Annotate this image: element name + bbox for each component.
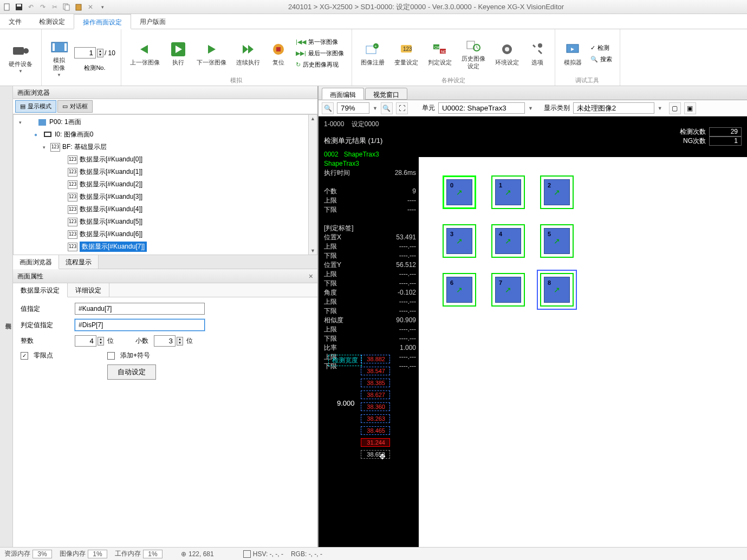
canvas-view[interactable]: 1-0000 设定0000 检测单元结果 (1/1) 0002 ShapeTra… [319, 116, 747, 547]
unit-select[interactable] [438, 102, 525, 114]
test-no-input[interactable] [74, 47, 96, 58]
collapse-icon[interactable]: ▾ [19, 120, 27, 125]
copy-icon[interactable] [62, 2, 72, 12]
shape-result[interactable]: 4↗ [484, 217, 532, 265]
shape-result[interactable]: 7↗ [484, 265, 532, 314]
tree-item[interactable]: 123数据显示[#Kuandu[4]] [14, 203, 317, 216]
gear-icon [498, 41, 516, 58]
check-icon: ✓ [590, 44, 595, 51]
zoom-input[interactable] [337, 102, 369, 114]
svg-marker-15 [243, 45, 248, 54]
execute-button[interactable]: 执行 [166, 40, 190, 67]
qat-more-icon[interactable]: ▾ [98, 2, 107, 12]
display-select[interactable] [573, 102, 654, 114]
undo-icon[interactable]: ↶ [26, 2, 36, 12]
chevron-down-icon[interactable]: ▼ [658, 106, 662, 111]
image-area[interactable]: 0↗1↗2↗3↗4↗5↗6↗7↗8↗ [419, 157, 747, 547]
hsv-checkbox[interactable] [243, 550, 251, 558]
plus-checkbox[interactable] [107, 352, 115, 360]
shape-result[interactable]: 0↗ [435, 168, 484, 217]
tree-item[interactable]: 123数据显示[#Kuandu[6]] [14, 228, 317, 240]
dialog-mode-button[interactable]: ▭对话框 [57, 100, 93, 113]
zoom-out-button[interactable]: 🔍 [322, 102, 334, 114]
tree-item[interactable]: 123数据显示[#Kuandu[7]] [14, 240, 317, 253]
svg-rect-35 [38, 119, 46, 126]
simulator-button[interactable]: 模拟器 [561, 40, 585, 67]
menu-user[interactable]: 用户版面 [131, 14, 174, 29]
prev-image-button[interactable]: 上一张图像 [127, 40, 163, 67]
chevron-down-icon: ▼ [57, 73, 61, 77]
tree-item[interactable]: 123数据显示[#Kuandu[0]] [14, 153, 317, 166]
collapse-icon[interactable]: ▾ [43, 145, 50, 150]
value-input[interactable] [75, 303, 205, 315]
shape-result[interactable]: 2↗ [532, 168, 581, 217]
options-button[interactable]: 选项 [525, 40, 549, 67]
judge-input[interactable] [75, 319, 205, 331]
tree-item[interactable]: 123数据显示[#Kuandu[5]] [14, 216, 317, 228]
shape-result[interactable]: 6↗ [435, 265, 484, 314]
menu-detect[interactable]: 检测设定 [30, 14, 74, 29]
data-icon: 123 [68, 218, 77, 226]
menu-file[interactable]: 文件 [0, 14, 30, 29]
layout-button-1[interactable]: ▢ [669, 102, 681, 114]
zero-checkbox[interactable]: ✓ [21, 352, 28, 360]
shape-result[interactable]: 8↗ [532, 265, 581, 314]
menu-screen[interactable]: 操作画面设定 [74, 14, 131, 29]
replay-button[interactable]: ↻历史图像再现 [294, 60, 346, 70]
shape-result[interactable]: 5↗ [532, 217, 581, 265]
chevron-down-icon[interactable]: ▼ [373, 106, 378, 111]
redo-icon[interactable]: ↷ [38, 2, 48, 12]
fit-button[interactable]: ⛶ [396, 102, 408, 114]
tab-flow[interactable]: 流程显示 [59, 255, 99, 269]
tab-view[interactable]: 视觉窗口 [365, 88, 407, 100]
tab-browser[interactable]: 画面浏览器 [13, 255, 59, 269]
screen-tree[interactable]: ▾P00: 1画面 ●I0: 图像画面0 ▾123BF: 基础显示层 123数据… [14, 115, 317, 254]
tree-item[interactable]: 123数据显示[#Kuandu[1]] [14, 166, 317, 178]
new-file-icon[interactable] [2, 2, 12, 12]
auto-set-button[interactable]: 自动设定 [107, 364, 156, 380]
chevron-down-icon[interactable]: ▼ [528, 106, 533, 111]
first-image-button[interactable]: |◀◀第一张图像 [294, 37, 346, 47]
decimal-spinner[interactable]: ▲▼ [177, 337, 183, 346]
sim-image-button[interactable]: 模拟 图像 ▼ [47, 37, 71, 78]
detect-button[interactable]: ✓检测 [588, 43, 614, 53]
judge-button[interactable]: OKNG判定设定 [425, 40, 455, 67]
tree-item[interactable]: 123数据显示[#Kuandu[2]] [14, 178, 317, 191]
cut-icon[interactable]: ✂ [50, 2, 60, 12]
delete-icon[interactable]: ✕ [86, 2, 95, 12]
continuous-button[interactable]: 连续执行 [233, 40, 263, 67]
test-no-spinner[interactable]: ▲▼ [97, 49, 103, 57]
layout-button-2[interactable]: ▣ [684, 102, 696, 114]
tab-detail[interactable]: 详细设定 [68, 283, 109, 297]
zoom-in-button[interactable]: 🔍 [381, 102, 393, 114]
tab-data-display[interactable]: 数据显示设定 [13, 283, 68, 297]
shape-result[interactable]: 1↗ [484, 168, 532, 217]
tree-item[interactable]: 123数据显示[#Kuandu[3]] [14, 191, 317, 203]
list-icon: ▤ [20, 103, 25, 110]
shape-result[interactable]: 3↗ [435, 217, 484, 265]
data-icon: 123 [68, 243, 77, 251]
next-image-button[interactable]: 下一张图像 [193, 40, 230, 67]
camera-icon [12, 42, 29, 60]
variable-button[interactable]: 123变量设定 [391, 40, 421, 67]
svg-rect-0 [4, 4, 9, 10]
close-icon[interactable]: × [309, 272, 313, 280]
search-button[interactable]: 🔍搜索 [588, 54, 614, 64]
tab-edit[interactable]: 画面编辑 [322, 88, 364, 100]
paste-icon[interactable] [74, 2, 83, 12]
integer-spinner[interactable]: ▲▼ [98, 337, 104, 346]
integer-input[interactable] [75, 335, 96, 347]
reset-button[interactable]: 复位 [267, 40, 290, 67]
history-button[interactable]: 历史图像 设定 [458, 36, 489, 70]
save-icon[interactable] [14, 2, 24, 12]
tree-scrollbar[interactable] [308, 115, 317, 255]
decimal-input[interactable] [154, 335, 176, 347]
display-mode-button[interactable]: ▤显示模式 [15, 100, 56, 113]
monitor-icon [564, 41, 581, 58]
component-list-tab[interactable]: 组件列表 [0, 86, 13, 547]
image-register-button[interactable]: +图像注册 [358, 40, 388, 67]
arrow-icon: ↗ [554, 285, 560, 294]
last-image-button[interactable]: ▶▶|最后一张图像 [294, 48, 346, 58]
hardware-button[interactable]: 硬件设备 ▼ [5, 41, 36, 75]
env-button[interactable]: 环境设定 [492, 40, 522, 67]
